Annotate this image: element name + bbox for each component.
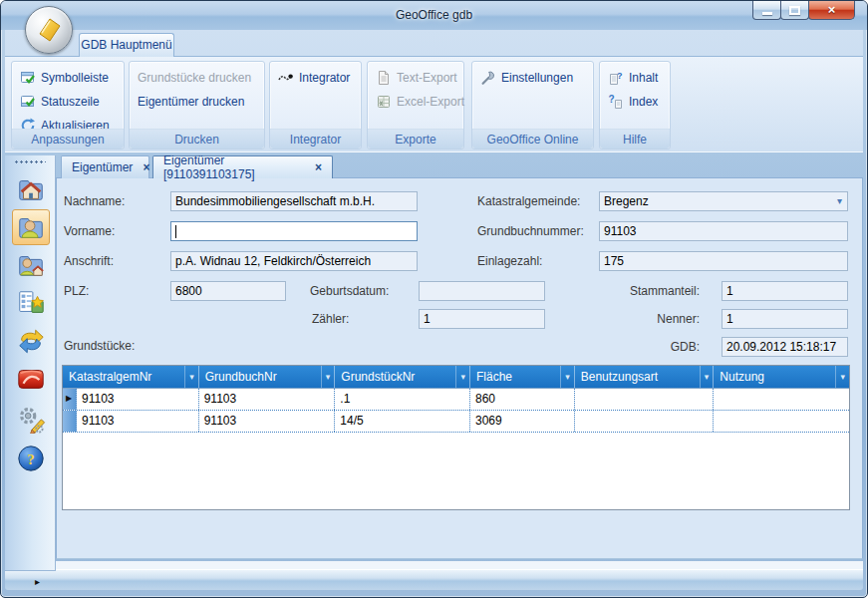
zaehler-label: Zähler: <box>312 312 349 326</box>
statusbar-window-check-icon <box>20 94 36 110</box>
cell-grundbuchnr[interactable]: 91103 <box>199 411 336 432</box>
drag-grip-icon[interactable] <box>14 159 46 165</box>
maximize-button[interactable] <box>780 1 809 20</box>
gdb-field[interactable]: 20.09.2012 15:18:17 <box>722 337 848 357</box>
einlagezahl-label: Einlagezahl: <box>477 254 542 268</box>
sidebar-item-settings[interactable] <box>12 401 50 437</box>
sidebar-expander-icon[interactable]: ▸ <box>35 576 40 587</box>
swap-arrows-icon <box>16 326 46 356</box>
title-bar[interactable]: GeoOffice gdb <box>1 1 867 30</box>
group-label-integrator: Integrator <box>270 129 361 149</box>
ribbon-tab-gdb-hauptmenu[interactable]: GDB Hauptmenü <box>79 33 174 57</box>
sidebar-item-parcels[interactable] <box>12 171 50 207</box>
cell-flaeche[interactable]: 3069 <box>470 411 575 432</box>
ribbon-group-drucken: Grundstücke drucken Eigentümer drucken D… <box>129 61 265 150</box>
column-header-flaeche[interactable]: Fläche▾ <box>470 366 575 388</box>
close-button[interactable]: × <box>808 1 855 20</box>
help-icon: ? <box>16 444 46 473</box>
vorname-field[interactable] <box>170 221 418 241</box>
svg-text:?: ? <box>609 94 615 105</box>
column-dropdown-icon[interactable]: ▾ <box>700 366 710 388</box>
einstellungen-button[interactable]: Einstellungen <box>480 68 589 88</box>
table-row[interactable]: 91103 91103 14/5 3069 <box>63 411 849 433</box>
toolbar-window-check-icon <box>20 70 36 86</box>
cell-benutzungsart[interactable] <box>575 411 715 432</box>
sidebar-item-owner-parcels[interactable] <box>12 247 50 283</box>
grid-header-row: KatastralgemNr▾ GrundbuchNr▾ GrundstückN… <box>63 366 849 389</box>
tab-eigentuemer-detail[interactable]: Eigentümer [9110391103175] × <box>152 155 333 178</box>
column-header-grundstuecknr[interactable]: GrundstückNr▾ <box>335 366 470 388</box>
owner-detail-panel: Nachname: Bundesimmobiliengesellschaft m… <box>56 177 863 559</box>
gdb-label: GDB: <box>575 340 700 354</box>
sidebar-item-transfer[interactable] <box>12 323 50 359</box>
column-dropdown-icon[interactable]: ▾ <box>560 366 570 388</box>
cell-nutzung[interactable] <box>714 389 849 410</box>
column-header-grundbuchnr[interactable]: GrundbuchNr▾ <box>199 366 336 388</box>
excel-export-button[interactable]: Excel-Export <box>376 92 459 112</box>
statuszeile-button[interactable]: Statuszeile <box>20 92 120 112</box>
plz-field[interactable]: 6800 <box>170 281 286 301</box>
window-title: GeoOffice gdb <box>1 8 867 22</box>
eigentuemer-drucken-button[interactable]: Eigentümer drucken <box>138 92 260 112</box>
einlagezahl-field[interactable]: 175 <box>599 251 848 271</box>
column-dropdown-icon[interactable]: ▾ <box>184 366 194 388</box>
tab-close-icon[interactable]: × <box>315 160 322 174</box>
ribbon-group-integrator: Integrator Integrator <box>269 61 362 150</box>
integrator-button[interactable]: Integrator <box>278 68 357 88</box>
sidebar-item-list-new[interactable] <box>12 285 50 321</box>
column-header-benutzungsart[interactable]: Benutzungsart▾ <box>575 366 715 388</box>
row-selector[interactable] <box>63 411 77 432</box>
row-selector[interactable]: ▶ <box>63 389 77 410</box>
cell-benutzungsart[interactable] <box>575 389 715 410</box>
excel-file-icon <box>376 94 392 110</box>
cell-katastralgemnr[interactable]: 91103 <box>77 389 199 410</box>
cell-grundbuchnr[interactable]: 91103 <box>199 389 336 410</box>
group-label-exporte: Exporte <box>368 129 463 149</box>
grundbuchnummer-field[interactable]: 91103 <box>599 221 848 241</box>
application-window: GeoOffice gdb × GDB Hauptmenü <box>0 0 868 598</box>
sidebar-item-geooffice[interactable] <box>12 361 50 397</box>
index-button[interactable]: ? Index <box>608 92 666 112</box>
sidebar-item-help[interactable]: ? <box>12 441 50 476</box>
text-export-button[interactable]: Text-Export <box>376 68 459 88</box>
tab-eigentuemer[interactable]: Eigentümer × <box>61 155 149 178</box>
column-header-nutzung[interactable]: Nutzung▾ <box>714 366 849 388</box>
column-dropdown-icon[interactable]: ▾ <box>835 366 845 388</box>
geburtsdatum-field[interactable] <box>419 281 545 301</box>
minimize-icon <box>762 12 772 15</box>
cell-grundstuecknr[interactable]: 14/5 <box>335 411 470 432</box>
group-label-hilfe: Hilfe <box>600 129 670 149</box>
zaehler-field[interactable]: 1 <box>419 309 545 329</box>
cell-grundstuecknr[interactable]: .1 <box>335 389 470 410</box>
column-dropdown-icon[interactable]: ▾ <box>455 366 465 388</box>
table-row[interactable]: ▶ 91103 91103 .1 860 <box>63 389 849 411</box>
nenner-field[interactable]: 1 <box>722 309 848 329</box>
plz-label: PLZ: <box>64 284 89 298</box>
settings-edit-icon <box>16 404 46 434</box>
katastralgemeinde-combobox[interactable]: Bregenz ▾ <box>599 191 848 211</box>
tab-close-icon[interactable]: × <box>143 160 149 174</box>
stammanteil-field[interactable]: 1 <box>722 281 848 301</box>
minimize-button[interactable] <box>752 1 781 20</box>
grundstuecke-drucken-button[interactable]: Grundstücke drucken <box>138 68 260 88</box>
ribbon-body: Symbolleiste Statuszeile Aktualisie <box>5 56 863 152</box>
symbolleiste-button[interactable]: Symbolleiste <box>20 68 120 88</box>
chevron-down-icon[interactable]: ▾ <box>837 195 842 206</box>
cell-flaeche[interactable]: 860 <box>470 389 575 410</box>
geooffice-red-logo-icon <box>16 364 46 394</box>
anschrift-field[interactable]: p.A. Widnau 12, Feldkirch/Österreich <box>170 251 418 271</box>
inhalt-button[interactable]: ? Inhalt <box>608 68 666 88</box>
svg-text:?: ? <box>27 451 35 467</box>
nachname-label: Nachname: <box>64 194 125 208</box>
cell-nutzung[interactable] <box>714 411 849 432</box>
sidebar-item-owners[interactable] <box>12 209 50 245</box>
nachname-field[interactable]: Bundesimmobiliengesellschaft m.b.H. <box>170 191 418 211</box>
integrator-chain-icon <box>278 70 294 86</box>
column-header-katastralgemnr[interactable]: KatastralgemNr▾ <box>63 366 199 388</box>
column-dropdown-icon[interactable]: ▾ <box>321 366 331 388</box>
application-menu-button[interactable] <box>25 6 73 54</box>
status-bar <box>5 569 863 590</box>
close-icon: × <box>828 2 836 17</box>
ribbon-group-anpassungen: Symbolleiste Statuszeile Aktualisie <box>11 61 125 150</box>
cell-katastralgemnr[interactable]: 91103 <box>77 411 199 432</box>
